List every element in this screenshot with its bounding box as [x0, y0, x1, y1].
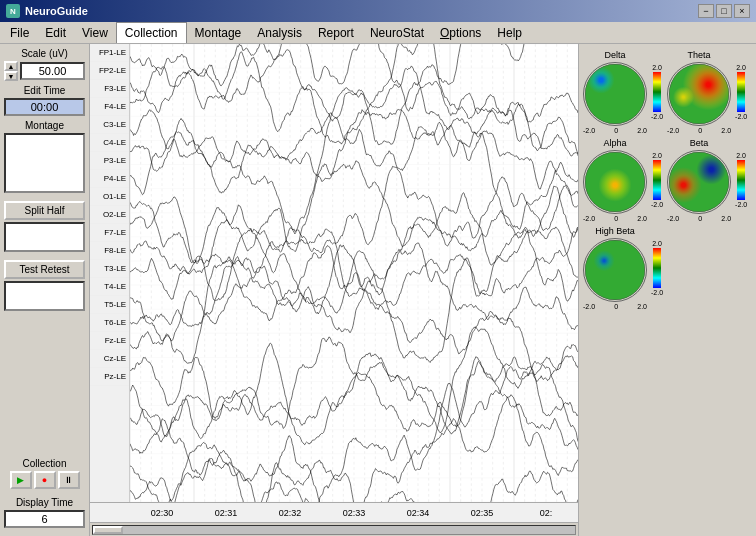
topo-delta: Delta-2.002.0 — [583, 50, 647, 134]
colorbar-gradient — [653, 160, 661, 200]
test-retest-list — [4, 281, 85, 311]
montage-section: Montage — [4, 120, 85, 197]
title-bar: N NeuroGuide − □ × — [0, 0, 756, 22]
test-retest-button[interactable]: Test Retest — [4, 260, 85, 279]
channel-label: O1-LE — [90, 188, 129, 206]
menu-collection[interactable]: Collection — [116, 22, 187, 43]
channel-label: Fz-LE — [90, 332, 129, 350]
topo-alpha: Alpha-2.002.0 — [583, 138, 647, 222]
split-half-list — [4, 222, 85, 252]
right-panel: Delta-2.002.02.0-2.0Theta-2.002.02.0-2.0… — [578, 44, 756, 536]
close-button[interactable]: × — [734, 4, 750, 18]
channel-label: T5-LE — [90, 296, 129, 314]
channel-labels: FP1-LEFP2-LEF3-LEF4-LEC3-LEC4-LEP3-LEP4-… — [90, 44, 130, 502]
colorbar-gradient — [737, 72, 745, 112]
menu-file[interactable]: File — [2, 22, 37, 43]
topo-scale-labels: -2.002.0 — [583, 127, 647, 134]
channel-label: F4-LE — [90, 98, 129, 116]
time-label: 02:31 — [194, 508, 258, 518]
eeg-waveform — [130, 44, 578, 502]
channel-label: T6-LE — [90, 314, 129, 332]
menu-help[interactable]: Help — [489, 22, 530, 43]
menu-edit[interactable]: Edit — [37, 22, 74, 43]
colorbar-gradient — [653, 72, 661, 112]
channel-label: P3-LE — [90, 152, 129, 170]
eeg-plot-area — [130, 44, 578, 502]
topo-canvas — [667, 62, 731, 126]
eeg-channels: FP1-LEFP2-LEF3-LEF4-LEC3-LEC4-LEP3-LEP4-… — [90, 44, 578, 502]
topo-scale-labels: -2.002.0 — [583, 303, 647, 310]
montage-label: Montage — [4, 120, 85, 131]
scale-section: Scale (uV) ▲ ▼ 50.00 — [4, 48, 85, 81]
collection-controls: ▶ ● ⏸ — [4, 471, 85, 489]
topo-canvas — [583, 238, 647, 302]
colorbar: 2.0-2.0 — [735, 152, 747, 208]
scrollbar-thumb[interactable] — [93, 526, 123, 534]
split-half-button[interactable]: Split Half — [4, 201, 85, 220]
channel-label: T3-LE — [90, 260, 129, 278]
left-panel: Scale (uV) ▲ ▼ 50.00 Edit Time 00:00 Mon… — [0, 44, 90, 536]
channel-label: F3-LE — [90, 80, 129, 98]
menu-bar: File Edit View Collection Montage Analys… — [0, 22, 756, 44]
scrollbar-track[interactable] — [92, 525, 576, 535]
topo-canvas — [583, 150, 647, 214]
colorbar: 2.0-2.0 — [651, 64, 663, 120]
topo-scale-labels: -2.002.0 — [667, 127, 731, 134]
collection-section: Collection ▶ ● ⏸ — [4, 458, 85, 489]
topo-beta: Beta-2.002.0 — [667, 138, 731, 222]
channel-label: Pz-LE — [90, 368, 129, 386]
display-time-section: Display Time 6 — [4, 497, 85, 528]
colorbar-gradient — [737, 160, 745, 200]
app-title: NeuroGuide — [25, 5, 88, 17]
channel-label: F7-LE — [90, 224, 129, 242]
topo-title: Delta — [604, 50, 625, 60]
split-half-section: Split Half — [4, 201, 85, 256]
app-icon: N — [6, 4, 20, 18]
channel-label: T4-LE — [90, 278, 129, 296]
channel-label: C4-LE — [90, 134, 129, 152]
channel-label: O2-LE — [90, 206, 129, 224]
colorbar-gradient — [653, 248, 661, 288]
topo-canvas — [583, 62, 647, 126]
maximize-button[interactable]: □ — [716, 4, 732, 18]
colorbar: 2.0-2.0 — [651, 240, 663, 296]
menu-report[interactable]: Report — [310, 22, 362, 43]
record-button[interactable]: ● — [34, 471, 56, 489]
topo-theta: Theta-2.002.0 — [667, 50, 731, 134]
topo-high-beta: High Beta-2.002.0 — [583, 226, 647, 310]
channel-label: F8-LE — [90, 242, 129, 260]
pause-button[interactable]: ⏸ — [58, 471, 80, 489]
minimize-button[interactable]: − — [698, 4, 714, 18]
menu-neurostat[interactable]: NeuroStat — [362, 22, 432, 43]
menu-montage[interactable]: Montage — [187, 22, 250, 43]
scale-label: Scale (uV) — [4, 48, 85, 59]
colorbar: 2.0-2.0 — [651, 152, 663, 208]
topo-row-1: Delta-2.002.02.0-2.0Theta-2.002.02.0-2.0 — [583, 50, 752, 134]
time-label: 02:35 — [450, 508, 514, 518]
menu-view[interactable]: View — [74, 22, 116, 43]
topo-title: Beta — [690, 138, 709, 148]
scrollbar-area — [90, 522, 578, 536]
edit-time-value: 00:00 — [4, 98, 85, 116]
play-button[interactable]: ▶ — [10, 471, 32, 489]
time-axis: 02:3002:3102:3202:3302:3402:3502: — [90, 502, 578, 522]
collection-label: Collection — [4, 458, 85, 469]
time-label: 02:33 — [322, 508, 386, 518]
topo-canvas — [667, 150, 731, 214]
scale-up-button[interactable]: ▲ — [4, 61, 18, 71]
menu-options[interactable]: Options — [432, 22, 489, 43]
menu-analysis[interactable]: Analysis — [249, 22, 310, 43]
channel-label: Cz-LE — [90, 350, 129, 368]
channel-label: P4-LE — [90, 170, 129, 188]
channel-label: FP1-LE — [90, 44, 129, 62]
scale-down-button[interactable]: ▼ — [4, 71, 18, 81]
display-time-label: Display Time — [4, 497, 85, 508]
montage-list[interactable] — [4, 133, 85, 193]
scale-value: 50.00 — [20, 62, 85, 80]
topo-scale-labels: -2.002.0 — [667, 215, 731, 222]
topo-title: High Beta — [595, 226, 635, 236]
colorbar: 2.0-2.0 — [735, 64, 747, 120]
time-label: 02: — [514, 508, 578, 518]
topo-title: Theta — [688, 50, 711, 60]
main-area: Scale (uV) ▲ ▼ 50.00 Edit Time 00:00 Mon… — [0, 44, 756, 536]
